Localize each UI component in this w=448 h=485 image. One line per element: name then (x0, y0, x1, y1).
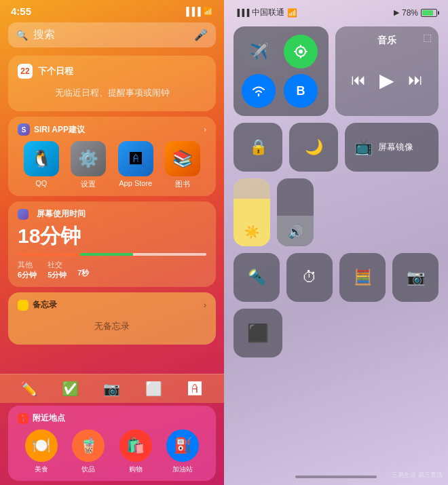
control-center-grid: ✈️ (224, 22, 448, 471)
settings-icon: ⚙️ (71, 141, 106, 176)
next-button[interactable]: ⏭ (408, 71, 423, 89)
timer-icon: ⏱ (302, 269, 317, 286)
siri-section[interactable]: S SIRI APP建议 › 🐧 QQ ⚙️ 设置 🅰 App Store 📚 … (8, 117, 216, 196)
qr-scan-icon: ⬛ (247, 323, 269, 344)
nearby-pin-icon: 📍 (18, 413, 29, 424)
rotation-lock-icon: 🔒 (249, 138, 267, 156)
app-qq[interactable]: 🐧 QQ (21, 141, 62, 189)
bottom-dock: ✏️ ✅ 📷 ⬜ 🅰 (0, 374, 224, 403)
time-display: 4:55 (11, 5, 31, 17)
screentime-widget[interactable]: 屏幕使用时间 18分钟 其他 6分钟 社交 5分钟 7秒 (8, 201, 216, 287)
volume-icon: 🔊 (288, 225, 303, 239)
music-block: ⬚ 音乐 ⏮ ▶ ⏭ (335, 26, 438, 116)
progress-rest (133, 253, 206, 256)
brightness-icon: ☀️ (244, 225, 259, 239)
nearby-shop[interactable]: 🛍️ 购物 (119, 429, 152, 474)
settings-label: 设置 (81, 179, 96, 189)
qr-scan-button[interactable]: ⬛ (234, 309, 282, 357)
calendar-title: 下个日程 (38, 65, 73, 77)
breakdown-other: 其他 6分钟 (18, 260, 37, 280)
wifi-status-icon: 📶 (287, 8, 297, 18)
siri-chevron: › (204, 125, 206, 134)
screentime-value: 18分钟 (18, 222, 206, 250)
status-bar-right: ▐▐▐ 中国联通 📶 ▶ 78% (224, 0, 448, 22)
app-books[interactable]: 📚 图书 (162, 141, 203, 189)
home-bar (295, 476, 377, 478)
progress-other (18, 253, 80, 256)
prev-button[interactable]: ⏮ (351, 71, 366, 89)
location-arrow-icon: ▶ (394, 8, 399, 17)
screentime-breakdown: 其他 6分钟 社交 5分钟 7秒 (18, 260, 206, 280)
nearby-title: 附近地点 (33, 412, 65, 424)
notes-chevron: › (204, 300, 206, 310)
screen-mirror-label: 屏幕镜像 (378, 141, 413, 153)
screen-mirror-button[interactable]: 📺 屏幕镜像 (345, 123, 438, 172)
search-icon: 🔍 (16, 30, 28, 41)
breakdown-misc: 7秒 (77, 260, 89, 280)
rotation-lock-button[interactable]: 🔒 (234, 123, 282, 172)
dnd-button[interactable]: 🌙 (289, 123, 338, 172)
timer-button[interactable]: ⏱ (286, 253, 333, 302)
nearby-drink[interactable]: 🧋 饮品 (72, 429, 105, 474)
qq-icon: 🐧 (24, 141, 59, 176)
airplane-toggle[interactable]: ✈️ (242, 35, 276, 69)
search-bar[interactable]: 🔍 搜索 🎤 (8, 22, 216, 47)
nearby-icons-row: 🍽️ 美食 🧋 饮品 🛍️ 购物 ⛽ 加油站 (18, 429, 206, 474)
screentime-header: 屏幕使用时间 (18, 208, 206, 220)
dock-edit[interactable]: ✏️ (19, 379, 39, 399)
moon-icon: 🌙 (305, 138, 323, 156)
calculator-icon: 🧮 (354, 269, 372, 286)
camera-button[interactable]: 📷 (392, 253, 438, 302)
mic-icon: 🎤 (194, 28, 208, 41)
cc-row-4: 🔦 ⏱ 🧮 📷 (234, 253, 438, 302)
food-icon: 🍽️ (25, 429, 58, 462)
svg-point-1 (299, 50, 303, 54)
appstore-icon: 🅰 (118, 141, 153, 176)
notes-icon (18, 300, 29, 311)
connectivity-block: ✈️ (234, 26, 329, 116)
nearby-gas[interactable]: ⛽ 加油站 (166, 429, 199, 474)
nearby-widget[interactable]: 📍 附近地点 🍽️ 美食 🧋 饮品 🛍️ 购物 ⛽ 加油站 (8, 406, 216, 481)
status-bar-left: 4:55 ▐▐▐ 📶 (0, 0, 224, 20)
calendar-header: 22 下个日程 (18, 64, 206, 79)
siri-title: SIRI APP建议 (34, 124, 85, 136)
left-panel: 4:55 ▐▐▐ 📶 🔍 搜索 🎤 22 下个日程 无临近日程、提醒事项或闹钟 … (0, 0, 224, 485)
progress-bar (18, 253, 206, 256)
signal-icons: ▐▐▐ 📶 (183, 7, 213, 16)
cellular-toggle[interactable] (284, 35, 318, 69)
dock-square[interactable]: ⬜ (143, 379, 164, 399)
flashlight-button[interactable]: 🔦 (234, 253, 280, 302)
notes-widget[interactable]: 备忘录 › 无备忘录 (8, 292, 216, 345)
dock-a[interactable]: 🅰 (185, 379, 205, 399)
notes-header: 备忘录 › (18, 299, 206, 311)
nearby-title-row: 📍 附近地点 (18, 412, 65, 424)
cc-row-2: 🔒 🌙 📺 屏幕镜像 (234, 123, 438, 172)
gas-icon: ⛽ (166, 429, 199, 462)
dock-camera[interactable]: 📷 (102, 379, 122, 399)
cc-row-3: ☀️ 🔊 (234, 178, 438, 246)
dock-check[interactable]: ✅ (60, 379, 81, 399)
status-left: ▐▐▐ 中国联通 📶 (235, 7, 297, 18)
music-controls: ⏮ ▶ ⏭ (343, 52, 430, 108)
books-icon: 📚 (165, 141, 200, 176)
brightness-slider[interactable]: ☀️ (234, 178, 270, 246)
app-settings[interactable]: ⚙️ 设置 (68, 141, 109, 189)
signal-bars: ▐▐▐ (235, 9, 249, 16)
watermark: 三易生活 易三贵活 (392, 471, 443, 480)
flashlight-icon: 🔦 (248, 269, 266, 286)
volume-slider[interactable]: 🔊 (277, 178, 314, 246)
nearby-food[interactable]: 🍽️ 美食 (25, 429, 58, 474)
drink-icon: 🧋 (72, 429, 105, 462)
screen-mirror-icon: 📺 (354, 138, 373, 156)
calendar-widget[interactable]: 22 下个日程 无临近日程、提醒事项或闹钟 (8, 56, 216, 111)
calculator-button[interactable]: 🧮 (339, 253, 386, 302)
no-events-text: 无临近日程、提醒事项或闹钟 (18, 83, 206, 103)
airplay-icon[interactable]: ⬚ (423, 32, 432, 43)
bluetooth-toggle[interactable]: B (284, 74, 318, 108)
wifi-toggle[interactable] (242, 74, 276, 108)
siri-icon: S (18, 123, 30, 136)
play-button[interactable]: ▶ (379, 69, 394, 92)
notes-title: 备忘录 (33, 299, 57, 311)
camera-icon: 📷 (407, 269, 425, 286)
app-appstore[interactable]: 🅰 App Store (115, 141, 156, 189)
